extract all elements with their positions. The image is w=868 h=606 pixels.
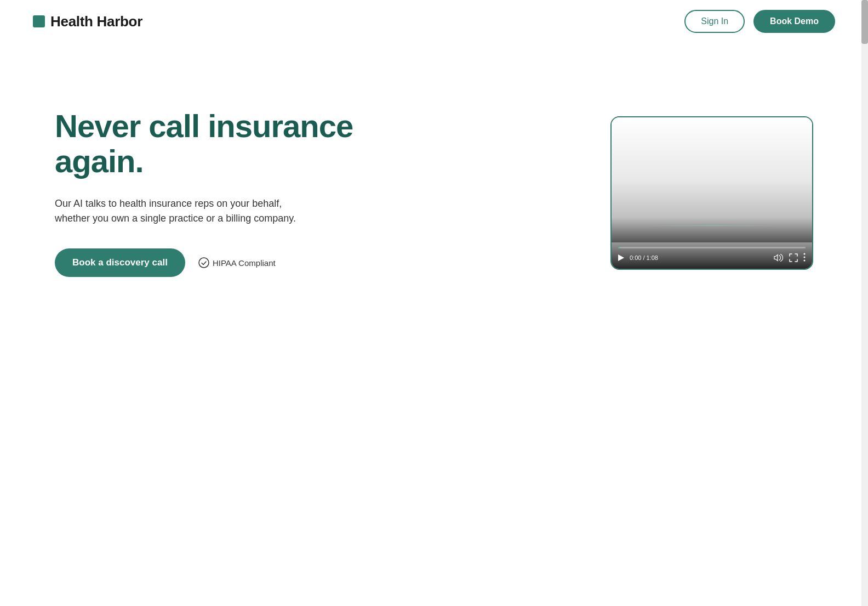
hero-right: 0:00 / 1:08 <box>610 116 813 270</box>
svg-point-1 <box>804 253 806 254</box>
hero-title-line2: again. <box>55 143 144 179</box>
play-icon[interactable] <box>618 254 624 261</box>
video-controls: 0:00 / 1:08 <box>612 242 812 269</box>
video-controls-right <box>774 253 806 263</box>
hero-left: Never call insurance again. Our AI talks… <box>55 109 362 277</box>
svg-point-3 <box>804 259 806 261</box>
video-time-display: 0:00 / 1:08 <box>630 254 658 261</box>
hero-section: Never call insurance again. Our AI talks… <box>0 43 868 321</box>
hero-cta-row: Book a discovery call HIPAA Compliant <box>55 248 362 277</box>
more-options-icon[interactable] <box>803 253 806 263</box>
logo-icon <box>33 15 45 27</box>
video-screen <box>612 117 812 242</box>
hero-subtitle: Our AI talks to health insurance reps on… <box>55 196 318 227</box>
video-player[interactable]: 0:00 / 1:08 <box>610 116 813 270</box>
discovery-call-button[interactable]: Book a discovery call <box>55 248 185 277</box>
video-controls-row: 0:00 / 1:08 <box>618 253 806 263</box>
volume-icon[interactable] <box>774 254 784 262</box>
hero-title-line1: Never call insurance <box>55 108 353 144</box>
logo-text: Health Harbor <box>50 13 142 30</box>
logo-area: Health Harbor <box>33 13 142 30</box>
check-circle-icon <box>198 257 209 268</box>
scrollbar[interactable] <box>861 0 868 606</box>
video-progress-fill <box>618 247 620 248</box>
sign-in-button[interactable]: Sign In <box>684 10 745 33</box>
svg-point-0 <box>199 258 209 268</box>
header: Health Harbor Sign In Book Demo <box>0 0 868 43</box>
fullscreen-icon[interactable] <box>789 253 798 262</box>
hero-title: Never call insurance again. <box>55 109 362 179</box>
video-controls-left: 0:00 / 1:08 <box>618 254 658 261</box>
video-progress-bar[interactable] <box>618 247 806 248</box>
header-buttons: Sign In Book Demo <box>684 10 835 33</box>
scrollbar-thumb[interactable] <box>861 0 868 44</box>
hipaa-badge: HIPAA Compliant <box>198 257 276 268</box>
video-waveform-line <box>646 225 778 226</box>
book-demo-button[interactable]: Book Demo <box>753 10 835 33</box>
svg-point-2 <box>804 256 806 258</box>
hipaa-label: HIPAA Compliant <box>213 258 276 268</box>
